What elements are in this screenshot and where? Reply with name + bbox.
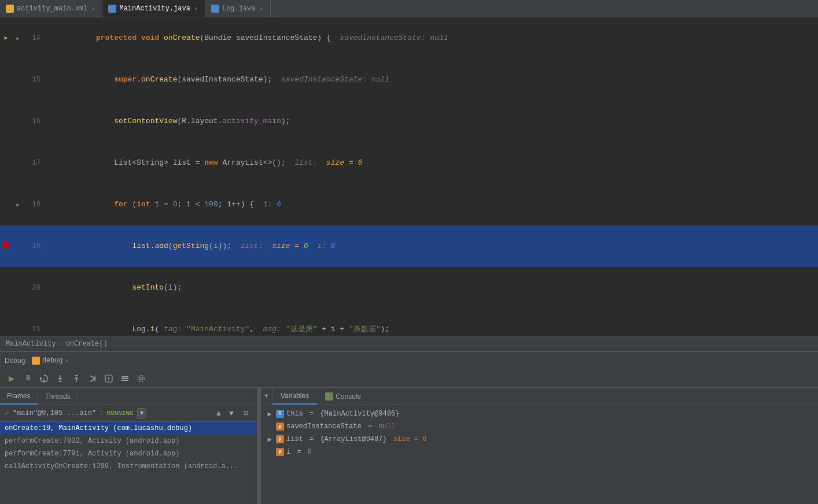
var-value-saved: null [378, 423, 395, 431]
tab-log-close[interactable]: ✕ [259, 5, 264, 12]
tab-main-close[interactable]: ✕ [193, 5, 199, 12]
tab-variables[interactable]: Variables [272, 388, 317, 405]
tab-threads[interactable]: Threads [38, 388, 78, 405]
thread-status: RUNNING [106, 410, 133, 417]
thread-nav-down[interactable]: ▼ [226, 407, 237, 419]
frame-label-0: onCreate:19, MainActivity (com.lucashu.d… [5, 424, 192, 432]
debug-right-panel: + Variables Console ▶ T this = {MainActi… [261, 388, 818, 504]
tab-log-label: Log.java [222, 5, 256, 13]
step-into-icon [56, 374, 65, 383]
threads-tab-label: Threads [45, 392, 71, 401]
svg-point-11 [140, 377, 143, 380]
debug-session-icon [32, 357, 40, 365]
tab-log[interactable]: Log.java ✕ [205, 0, 271, 17]
resume-button[interactable]: ▶ [5, 372, 19, 386]
breakpoint-col-17 [0, 142, 12, 184]
var-type-icon-list: p [276, 435, 284, 443]
frames-panel-button[interactable] [118, 372, 132, 386]
var-value-this: {MainActivity@9486} [320, 410, 399, 418]
arrow-indicator-14: ➤ [3, 34, 8, 43]
run-to-cursor-button[interactable] [86, 372, 100, 386]
evaluate-button[interactable]: f [102, 372, 116, 386]
code-line-19: list.add(getSting(i)); list: size = 6 i:… [45, 225, 818, 267]
var-name-list: list [286, 435, 303, 443]
breakpoint-col-15 [0, 59, 12, 101]
var-name-this: this [286, 410, 303, 418]
settings-button[interactable] [134, 372, 148, 386]
tab-bar: activity_main.xml ✕ MainActivity.java ✕ … [0, 0, 818, 17]
filter-button[interactable]: ⊟ [241, 407, 252, 419]
pause-icon: ⏸ [24, 374, 32, 383]
frame-item-0[interactable]: onCreate:19, MainActivity (com.lucashu.d… [0, 422, 257, 435]
code-container[interactable]: ➤ ▼ 14 protected void onCreate(Bundle sa… [0, 17, 818, 336]
frame-label-3: callActivityOnCreate:1299, Instrumentati… [5, 462, 238, 470]
tab-xml[interactable]: activity_main.xml ✕ [0, 0, 102, 17]
console-icon [325, 392, 333, 401]
var-equals-this: = [305, 410, 318, 418]
var-equals-i: = [293, 448, 305, 456]
variables-pane[interactable]: ▶ T this = {MainActivity@9486} ▶ p saved… [261, 405, 818, 504]
fold-arrow-14[interactable]: ▼ [16, 36, 19, 42]
breadcrumb-class[interactable]: MainActivity [6, 340, 56, 348]
step-into-button[interactable] [53, 372, 67, 386]
var-value-i: 6 [308, 448, 312, 456]
tab-frames[interactable]: Frames [0, 388, 38, 405]
thread-nav: ▲ ▼ ⊟ [213, 407, 252, 419]
debug-label: Debug: [5, 357, 27, 365]
debug-session-label: debug [42, 357, 63, 365]
breadcrumb-method[interactable]: onCreate() [66, 340, 108, 348]
code-line-14: protected void onCreate(Bundle savedInst… [45, 17, 818, 59]
code-line-15: super.onCreate(savedInstanceState); save… [45, 59, 818, 101]
table-row: 17 List<String> list = new ArrayList<>()… [0, 142, 818, 184]
var-value-list: {ArrayList@9487} [320, 435, 390, 443]
fold-arrow-18[interactable]: ▼ [16, 203, 19, 209]
frames-list[interactable]: onCreate:19, MainActivity (com.lucashu.d… [0, 422, 257, 504]
gutter-col-20 [12, 267, 23, 309]
line-num-18: 18 [23, 184, 45, 225]
var-equals-saved: = [364, 423, 377, 431]
debug-frames-threads-tabs: Frames Threads [0, 388, 257, 405]
var-expand-list[interactable]: ▶ [266, 435, 274, 443]
line-num-20: 20 [23, 267, 45, 309]
debug-session-tab[interactable]: debug ✕ [32, 357, 69, 365]
gutter-col-16 [12, 101, 23, 142]
var-type-icon-saved: p [276, 423, 284, 431]
tab-xml-close[interactable]: ✕ [90, 5, 96, 12]
breakpoint-marker-19[interactable] [2, 242, 9, 249]
svg-text:f: f [108, 376, 110, 381]
breadcrumb-bar: MainActivity › onCreate() [0, 336, 818, 351]
frame-item-1[interactable]: performCreate:7802, Activity (android.ap… [0, 435, 257, 447]
thread-nav-up[interactable]: ▲ [213, 407, 224, 419]
thread-dropdown[interactable]: ▼ [137, 408, 147, 418]
table-row: ▼ 18 for (int i = 0; i < 100; i++) { i: … [0, 184, 818, 225]
breadcrumb-separator: › [58, 340, 62, 348]
table-row: 15 super.onCreate(savedInstanceState); s… [0, 59, 818, 101]
pause-button[interactable]: ⏸ [21, 372, 35, 386]
line-num-14: 14 [23, 17, 45, 59]
frame-item-3[interactable]: callActivityOnCreate:1299, Instrumentati… [0, 460, 257, 473]
debug-session-close[interactable]: ✕ [65, 357, 69, 364]
tab-main[interactable]: MainActivity.java ✕ [102, 0, 205, 17]
run-to-cursor-icon [88, 374, 97, 383]
line-num-16: 16 [23, 101, 45, 142]
frames-tab-label: Frames [7, 392, 31, 400]
evaluate-icon: f [104, 374, 113, 383]
svg-rect-10 [121, 380, 128, 381]
debug-header: Debug: debug ✕ [0, 352, 818, 369]
add-watch-button[interactable]: + [261, 388, 272, 405]
frame-item-2[interactable]: performCreate:7791, Activity (android.ap… [0, 447, 257, 460]
step-over-icon [39, 374, 49, 383]
line-num-17: 17 [23, 142, 45, 184]
var-row-saved: ▶ p savedInstanceState = null [261, 420, 818, 433]
var-row-list: ▶ p list = {ArrayList@9487} size = 6 [261, 433, 818, 446]
tab-console[interactable]: Console [317, 388, 369, 405]
breakpoint-col-21 [0, 309, 12, 336]
frames-panel-icon [120, 374, 130, 383]
var-expand-this[interactable]: ▶ [266, 410, 274, 418]
step-over-button[interactable] [37, 372, 51, 386]
editor-area: ➤ ▼ 14 protected void onCreate(Bundle sa… [0, 17, 818, 351]
step-out-icon [72, 374, 81, 383]
step-out-button[interactable] [69, 372, 83, 386]
table-row: 21 Log.i( tag: "MainActivity", msg: "这是第… [0, 309, 818, 336]
variables-tab-label: Variables [281, 392, 309, 400]
